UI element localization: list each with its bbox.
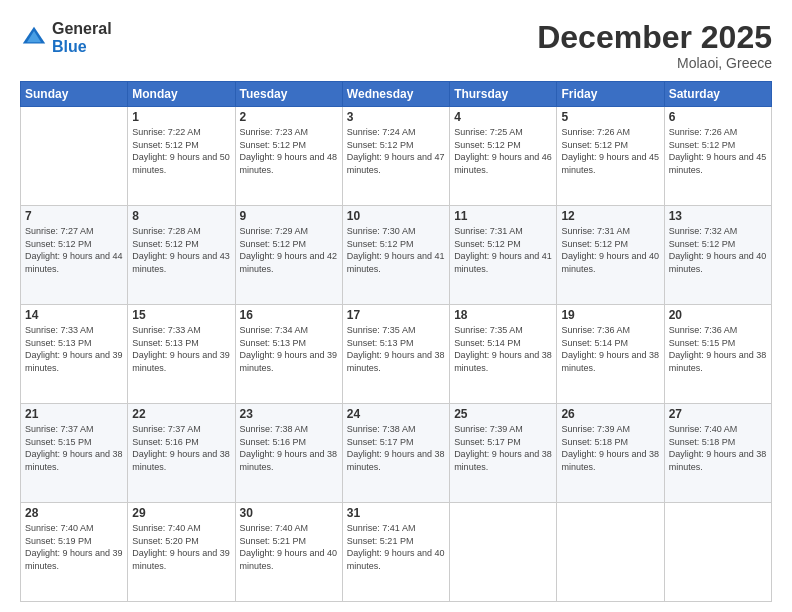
calendar-cell: 8Sunrise: 7:28 AM Sunset: 5:12 PM Daylig… bbox=[128, 206, 235, 305]
day-number: 27 bbox=[669, 407, 767, 421]
calendar-cell: 5Sunrise: 7:26 AM Sunset: 5:12 PM Daylig… bbox=[557, 107, 664, 206]
day-number: 1 bbox=[132, 110, 230, 124]
cell-info: Sunrise: 7:39 AM Sunset: 5:17 PM Dayligh… bbox=[454, 423, 552, 473]
cell-info: Sunrise: 7:38 AM Sunset: 5:17 PM Dayligh… bbox=[347, 423, 445, 473]
col-header-thursday: Thursday bbox=[450, 82, 557, 107]
cell-info: Sunrise: 7:23 AM Sunset: 5:12 PM Dayligh… bbox=[240, 126, 338, 176]
header: General Blue December 2025 Molaoi, Greec… bbox=[20, 20, 772, 71]
calendar-cell: 30Sunrise: 7:40 AM Sunset: 5:21 PM Dayli… bbox=[235, 503, 342, 602]
calendar-cell: 17Sunrise: 7:35 AM Sunset: 5:13 PM Dayli… bbox=[342, 305, 449, 404]
cell-info: Sunrise: 7:35 AM Sunset: 5:14 PM Dayligh… bbox=[454, 324, 552, 374]
day-number: 10 bbox=[347, 209, 445, 223]
day-number: 14 bbox=[25, 308, 123, 322]
day-number: 16 bbox=[240, 308, 338, 322]
day-number: 26 bbox=[561, 407, 659, 421]
cell-info: Sunrise: 7:40 AM Sunset: 5:18 PM Dayligh… bbox=[669, 423, 767, 473]
day-number: 5 bbox=[561, 110, 659, 124]
cell-info: Sunrise: 7:39 AM Sunset: 5:18 PM Dayligh… bbox=[561, 423, 659, 473]
calendar-cell: 3Sunrise: 7:24 AM Sunset: 5:12 PM Daylig… bbox=[342, 107, 449, 206]
calendar-cell: 1Sunrise: 7:22 AM Sunset: 5:12 PM Daylig… bbox=[128, 107, 235, 206]
calendar-cell: 28Sunrise: 7:40 AM Sunset: 5:19 PM Dayli… bbox=[21, 503, 128, 602]
calendar-cell: 16Sunrise: 7:34 AM Sunset: 5:13 PM Dayli… bbox=[235, 305, 342, 404]
calendar-cell: 27Sunrise: 7:40 AM Sunset: 5:18 PM Dayli… bbox=[664, 404, 771, 503]
day-number: 11 bbox=[454, 209, 552, 223]
calendar-cell: 21Sunrise: 7:37 AM Sunset: 5:15 PM Dayli… bbox=[21, 404, 128, 503]
col-header-monday: Monday bbox=[128, 82, 235, 107]
calendar-cell: 12Sunrise: 7:31 AM Sunset: 5:12 PM Dayli… bbox=[557, 206, 664, 305]
calendar-cell: 2Sunrise: 7:23 AM Sunset: 5:12 PM Daylig… bbox=[235, 107, 342, 206]
cell-info: Sunrise: 7:31 AM Sunset: 5:12 PM Dayligh… bbox=[561, 225, 659, 275]
day-number: 3 bbox=[347, 110, 445, 124]
cell-info: Sunrise: 7:22 AM Sunset: 5:12 PM Dayligh… bbox=[132, 126, 230, 176]
cell-info: Sunrise: 7:29 AM Sunset: 5:12 PM Dayligh… bbox=[240, 225, 338, 275]
cell-info: Sunrise: 7:40 AM Sunset: 5:19 PM Dayligh… bbox=[25, 522, 123, 572]
calendar-cell: 10Sunrise: 7:30 AM Sunset: 5:12 PM Dayli… bbox=[342, 206, 449, 305]
week-row-0: 1Sunrise: 7:22 AM Sunset: 5:12 PM Daylig… bbox=[21, 107, 772, 206]
calendar-cell: 25Sunrise: 7:39 AM Sunset: 5:17 PM Dayli… bbox=[450, 404, 557, 503]
calendar-cell: 7Sunrise: 7:27 AM Sunset: 5:12 PM Daylig… bbox=[21, 206, 128, 305]
cell-info: Sunrise: 7:24 AM Sunset: 5:12 PM Dayligh… bbox=[347, 126, 445, 176]
calendar-cell: 23Sunrise: 7:38 AM Sunset: 5:16 PM Dayli… bbox=[235, 404, 342, 503]
calendar-cell: 20Sunrise: 7:36 AM Sunset: 5:15 PM Dayli… bbox=[664, 305, 771, 404]
day-number: 30 bbox=[240, 506, 338, 520]
calendar-cell: 19Sunrise: 7:36 AM Sunset: 5:14 PM Dayli… bbox=[557, 305, 664, 404]
week-row-2: 14Sunrise: 7:33 AM Sunset: 5:13 PM Dayli… bbox=[21, 305, 772, 404]
day-number: 9 bbox=[240, 209, 338, 223]
week-row-1: 7Sunrise: 7:27 AM Sunset: 5:12 PM Daylig… bbox=[21, 206, 772, 305]
header-row: SundayMondayTuesdayWednesdayThursdayFrid… bbox=[21, 82, 772, 107]
calendar-cell: 11Sunrise: 7:31 AM Sunset: 5:12 PM Dayli… bbox=[450, 206, 557, 305]
cell-info: Sunrise: 7:30 AM Sunset: 5:12 PM Dayligh… bbox=[347, 225, 445, 275]
day-number: 6 bbox=[669, 110, 767, 124]
calendar-cell: 6Sunrise: 7:26 AM Sunset: 5:12 PM Daylig… bbox=[664, 107, 771, 206]
calendar-cell bbox=[557, 503, 664, 602]
day-number: 17 bbox=[347, 308, 445, 322]
day-number: 24 bbox=[347, 407, 445, 421]
logo: General Blue bbox=[20, 20, 112, 55]
week-row-3: 21Sunrise: 7:37 AM Sunset: 5:15 PM Dayli… bbox=[21, 404, 772, 503]
day-number: 28 bbox=[25, 506, 123, 520]
day-number: 19 bbox=[561, 308, 659, 322]
cell-info: Sunrise: 7:41 AM Sunset: 5:21 PM Dayligh… bbox=[347, 522, 445, 572]
calendar-cell: 4Sunrise: 7:25 AM Sunset: 5:12 PM Daylig… bbox=[450, 107, 557, 206]
logo-text: General Blue bbox=[52, 20, 112, 55]
day-number: 22 bbox=[132, 407, 230, 421]
calendar-body: 1Sunrise: 7:22 AM Sunset: 5:12 PM Daylig… bbox=[21, 107, 772, 602]
cell-info: Sunrise: 7:33 AM Sunset: 5:13 PM Dayligh… bbox=[132, 324, 230, 374]
month-title: December 2025 bbox=[537, 20, 772, 55]
cell-info: Sunrise: 7:33 AM Sunset: 5:13 PM Dayligh… bbox=[25, 324, 123, 374]
cell-info: Sunrise: 7:37 AM Sunset: 5:15 PM Dayligh… bbox=[25, 423, 123, 473]
calendar-cell: 24Sunrise: 7:38 AM Sunset: 5:17 PM Dayli… bbox=[342, 404, 449, 503]
day-number: 7 bbox=[25, 209, 123, 223]
cell-info: Sunrise: 7:28 AM Sunset: 5:12 PM Dayligh… bbox=[132, 225, 230, 275]
week-row-4: 28Sunrise: 7:40 AM Sunset: 5:19 PM Dayli… bbox=[21, 503, 772, 602]
calendar-cell: 9Sunrise: 7:29 AM Sunset: 5:12 PM Daylig… bbox=[235, 206, 342, 305]
day-number: 21 bbox=[25, 407, 123, 421]
calendar-cell: 29Sunrise: 7:40 AM Sunset: 5:20 PM Dayli… bbox=[128, 503, 235, 602]
title-area: December 2025 Molaoi, Greece bbox=[537, 20, 772, 71]
cell-info: Sunrise: 7:40 AM Sunset: 5:21 PM Dayligh… bbox=[240, 522, 338, 572]
day-number: 2 bbox=[240, 110, 338, 124]
col-header-sunday: Sunday bbox=[21, 82, 128, 107]
day-number: 4 bbox=[454, 110, 552, 124]
day-number: 25 bbox=[454, 407, 552, 421]
cell-info: Sunrise: 7:25 AM Sunset: 5:12 PM Dayligh… bbox=[454, 126, 552, 176]
calendar-cell: 22Sunrise: 7:37 AM Sunset: 5:16 PM Dayli… bbox=[128, 404, 235, 503]
cell-info: Sunrise: 7:34 AM Sunset: 5:13 PM Dayligh… bbox=[240, 324, 338, 374]
col-header-wednesday: Wednesday bbox=[342, 82, 449, 107]
col-header-saturday: Saturday bbox=[664, 82, 771, 107]
cell-info: Sunrise: 7:32 AM Sunset: 5:12 PM Dayligh… bbox=[669, 225, 767, 275]
day-number: 31 bbox=[347, 506, 445, 520]
calendar-cell bbox=[21, 107, 128, 206]
day-number: 20 bbox=[669, 308, 767, 322]
cell-info: Sunrise: 7:36 AM Sunset: 5:15 PM Dayligh… bbox=[669, 324, 767, 374]
logo-icon bbox=[20, 24, 48, 52]
cell-info: Sunrise: 7:40 AM Sunset: 5:20 PM Dayligh… bbox=[132, 522, 230, 572]
cell-info: Sunrise: 7:35 AM Sunset: 5:13 PM Dayligh… bbox=[347, 324, 445, 374]
day-number: 8 bbox=[132, 209, 230, 223]
calendar-cell: 31Sunrise: 7:41 AM Sunset: 5:21 PM Dayli… bbox=[342, 503, 449, 602]
day-number: 15 bbox=[132, 308, 230, 322]
cell-info: Sunrise: 7:36 AM Sunset: 5:14 PM Dayligh… bbox=[561, 324, 659, 374]
day-number: 23 bbox=[240, 407, 338, 421]
calendar-table: SundayMondayTuesdayWednesdayThursdayFrid… bbox=[20, 81, 772, 602]
cell-info: Sunrise: 7:31 AM Sunset: 5:12 PM Dayligh… bbox=[454, 225, 552, 275]
